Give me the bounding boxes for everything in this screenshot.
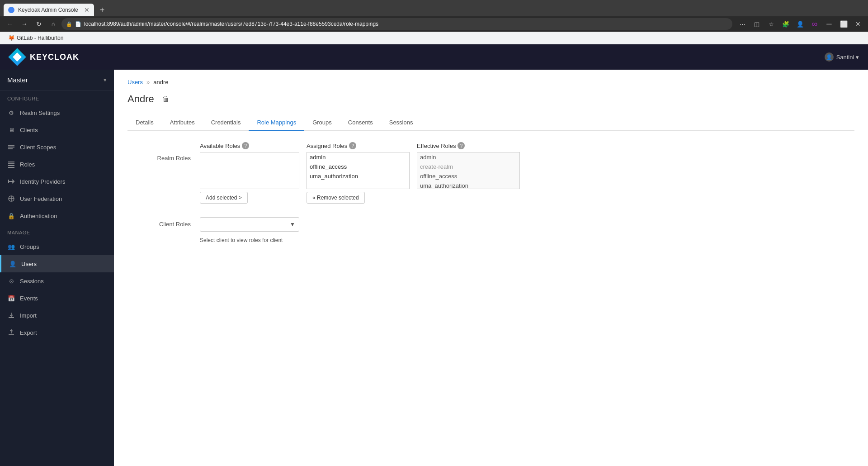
tab-role-mappings[interactable]: Role Mappings [249, 114, 304, 131]
browser-toolbar: ← → ↻ ⌂ 🔒 📄 localhost:8989/auth/admin/ma… [0, 16, 868, 32]
back-button[interactable]: ← [4, 18, 16, 30]
realm-selector[interactable]: Master ▾ [0, 70, 114, 90]
bookmark-gitlab[interactable]: 🦊 GitLab - Halliburton [5, 34, 67, 42]
assigned-role-offline-access[interactable]: offline_access [307, 162, 409, 171]
breadcrumb-users-link[interactable]: Users [127, 79, 143, 86]
configure-section-label: Configure [0, 90, 114, 104]
assigned-roles-listbox[interactable]: admin offline_access uma_authorization [307, 152, 410, 189]
client-select-container: ▼ Select client to view roles for client [200, 217, 299, 243]
browser-tab-active[interactable]: Keycloak Admin Console ✕ [4, 4, 94, 16]
clients-icon: 🖥 [7, 126, 15, 134]
tab-groups[interactable]: Groups [304, 114, 340, 131]
available-roles-header: Available Roles ? [200, 142, 299, 149]
realm-settings-icon: ⚙ [7, 109, 15, 117]
user-menu[interactable]: 👤 Santini ▾ [825, 52, 859, 62]
sidebar-item-clients[interactable]: 🖥 Clients [0, 121, 114, 138]
tab-sessions[interactable]: Sessions [381, 114, 421, 131]
tab-credentials[interactable]: Credentials [203, 114, 249, 131]
bookmark-icon: 🦊 [8, 35, 15, 41]
assigned-roles-column: Assigned Roles ? admin offline_access um… [307, 142, 410, 204]
tab-details[interactable]: Details [127, 114, 162, 131]
sidebar-item-realm-settings-label: Realm Settings [20, 109, 60, 116]
more-button[interactable]: ⋯ [736, 18, 749, 30]
tab-close-button[interactable]: ✕ [84, 6, 90, 14]
client-scopes-icon [7, 143, 15, 151]
sidebar-item-client-scopes-label: Client Scopes [20, 144, 56, 151]
tab-consents[interactable]: Consents [340, 114, 381, 131]
effective-role-offline-access: offline_access [417, 171, 519, 181]
manage-section-label: Manage [0, 224, 114, 238]
tabs: Details Attributes Credentials Role Mapp… [127, 114, 854, 131]
sidebar-item-roles[interactable]: Roles [0, 156, 114, 173]
available-roles-help-icon[interactable]: ? [242, 142, 249, 149]
client-roles-select[interactable] [204, 221, 290, 228]
breadcrumb-current: andre [153, 79, 168, 86]
realm-dropdown-arrow: ▾ [104, 76, 107, 83]
client-roles-label: Client Roles [127, 217, 191, 228]
user-avatar: 👤 [825, 52, 834, 62]
sidebar-item-import[interactable]: Import [0, 307, 114, 324]
svg-rect-4 [8, 163, 14, 164]
minimize-button[interactable]: ─ [823, 18, 835, 30]
identity-providers-icon [7, 177, 15, 185]
add-selected-button[interactable]: Add selected > [200, 192, 248, 204]
extensions-button[interactable]: 🧩 [779, 18, 792, 30]
tab-attributes[interactable]: Attributes [162, 114, 203, 131]
maximize-button[interactable]: ⬜ [837, 18, 850, 30]
assigned-roles-help-icon[interactable]: ? [349, 142, 356, 149]
effective-roles-label: Effective Roles [417, 143, 456, 149]
svg-rect-3 [8, 162, 14, 162]
extension-icon[interactable]: ∞ [808, 18, 821, 30]
sidebar-item-sessions[interactable]: ⊙ Sessions [0, 272, 114, 290]
new-tab-button[interactable]: + [96, 4, 108, 16]
import-icon [7, 311, 15, 319]
sidebar-item-groups[interactable]: 👥 Groups [0, 238, 114, 255]
sidebar-item-export[interactable]: Export [0, 324, 114, 341]
account-button[interactable]: 👤 [794, 18, 807, 30]
assigned-role-admin[interactable]: admin [307, 152, 409, 162]
available-roles-column: Available Roles ? Add selected > [200, 142, 299, 204]
app-container: KEYCLOAK 👤 Santini ▾ Master ▾ Configure … [0, 44, 868, 466]
sidebar-item-client-scopes[interactable]: Client Scopes [0, 138, 114, 156]
assigned-roles-label: Assigned Roles [307, 143, 347, 149]
effective-roles-column: Effective Roles ? admin create-realm off… [417, 142, 520, 189]
effective-roles-help-icon[interactable]: ? [458, 142, 465, 149]
client-roles-dropdown[interactable]: ▼ [200, 217, 299, 232]
available-roles-listbox[interactable] [200, 152, 299, 189]
svg-rect-13 [9, 334, 14, 335]
remove-selected-button[interactable]: « Remove selected [307, 192, 365, 204]
client-roles-info-text: Select client to view roles for client [200, 235, 299, 243]
sidebar-item-identity-providers[interactable]: Identity Providers [0, 173, 114, 190]
keycloak-logo: KEYCLOAK [9, 49, 79, 65]
home-button[interactable]: ⌂ [47, 18, 60, 30]
sidebar-item-clients-label: Clients [20, 127, 38, 133]
export-icon [7, 328, 15, 337]
forward-button[interactable]: → [18, 18, 31, 30]
delete-user-button[interactable]: 🗑 [160, 93, 172, 105]
sidebar-item-events[interactable]: 📅 Events [0, 290, 114, 307]
tab-title: Keycloak Admin Console [18, 7, 80, 13]
effective-role-uma-authorization: uma_authorization [417, 181, 519, 189]
realm-roles-section: Realm Roles [127, 142, 200, 204]
assigned-role-uma-authorization[interactable]: uma_authorization [307, 171, 409, 181]
role-mappings-section: Realm Roles Available Roles ? Add select… [127, 142, 854, 204]
page-icon: 📄 [75, 21, 81, 27]
tab-bar: Keycloak Admin Console ✕ + [0, 0, 868, 16]
close-window-button[interactable]: ✕ [852, 18, 864, 30]
reload-button[interactable]: ↻ [33, 18, 45, 30]
bookmark-button[interactable]: ☆ [765, 18, 778, 30]
effective-roles-listbox[interactable]: admin create-realm offline_access uma_au… [417, 152, 520, 189]
content-area: Users » andre Andre 🗑 Details Attributes… [114, 70, 868, 466]
sidebar-item-sessions-label: Sessions [20, 278, 44, 285]
browser-actions: ⋯ ◫ ☆ [736, 18, 778, 30]
pocket-button[interactable]: ◫ [750, 18, 763, 30]
sessions-icon: ⊙ [7, 277, 15, 285]
sidebar-item-users-label: Users [21, 261, 37, 267]
sidebar-item-user-federation[interactable]: User Federation [0, 190, 114, 207]
sidebar-item-users[interactable]: 👤 Users [0, 255, 114, 272]
sidebar-item-authentication[interactable]: 🔒 Authentication [0, 207, 114, 224]
url-bar[interactable]: 🔒 📄 localhost:8989/auth/admin/master/con… [61, 18, 732, 30]
svg-rect-0 [8, 145, 14, 146]
sidebar-item-realm-settings[interactable]: ⚙ Realm Settings [0, 104, 114, 121]
secure-icon: 🔒 [66, 21, 72, 27]
